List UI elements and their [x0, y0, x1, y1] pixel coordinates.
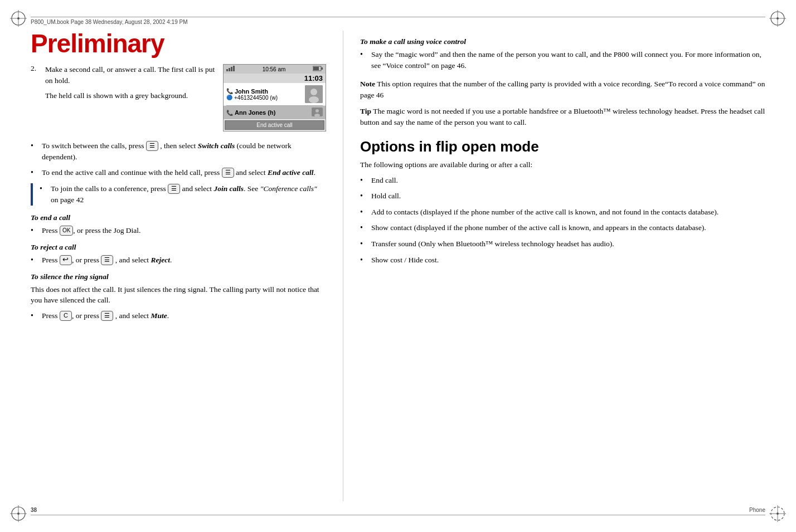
svg-rect-21 — [321, 67, 323, 70]
end-call-heading: To end a call — [31, 213, 326, 222]
active-caller-num: +4613244500 (w) — [234, 95, 278, 101]
corner-mark-tr — [769, 10, 786, 27]
svg-rect-17 — [229, 68, 230, 71]
left-column: Preliminary 10:56 — [31, 31, 343, 501]
svg-rect-22 — [313, 67, 319, 70]
corner-mark-tl — [10, 10, 27, 27]
flip-bullet-item: •End call. — [360, 175, 765, 186]
footer-bar: 38 Phone — [31, 507, 765, 515]
phone-status-bar: 10:56 am — [224, 65, 326, 74]
bullet-dot: • — [360, 222, 368, 233]
battery-icon — [313, 66, 323, 72]
item-content: Make a second call, or answer a call. Th… — [45, 64, 216, 106]
flip-intro: The following options are available duri… — [360, 159, 765, 170]
silence-body: This does not affect the call. It just s… — [31, 284, 326, 306]
bullet-dot: • — [31, 255, 38, 266]
ok-button-icon: OK — [60, 226, 73, 236]
signal-icon — [226, 66, 235, 72]
tip-label: Tip — [360, 107, 371, 115]
bullet-end-call-text: Press OK, or press the Jog Dial. — [42, 225, 326, 236]
active-caller-bt-icon: 🔵 — [226, 95, 232, 100]
flip-bullet-text: Transfer sound (Only when Bluetooth™ wir… — [371, 238, 765, 250]
voice-control-heading: To make a call using voice control — [360, 37, 765, 46]
svg-point-24 — [310, 89, 317, 95]
menu-button-icon: ☰ — [146, 141, 158, 151]
tip-text: The magic word is not needed if you use … — [360, 107, 765, 126]
bullet-reject-call: • Press ↩, or press ☰ , and select Rejec… — [31, 255, 326, 266]
svg-point-25 — [309, 96, 319, 103]
item-2-text: Make a second call, or answer a call. Th… — [45, 64, 216, 86]
bullet-dot: • — [31, 167, 38, 178]
bullet-mute: • Press C, or press ☰ , and select Mute. — [31, 310, 326, 321]
silence-section: To silence the ring signal This does not… — [31, 272, 326, 321]
c-button-icon: C — [60, 311, 72, 321]
back-button-icon: ↩ — [60, 255, 72, 265]
header-text: P800_UM.book Page 38 Wednesday, August 2… — [31, 19, 188, 25]
note-block: Note This option requires that the numbe… — [360, 79, 765, 100]
svg-rect-19 — [233, 66, 235, 71]
flip-bullet-item: •Transfer sound (Only when Bluetooth™ wi… — [360, 238, 765, 250]
bullet-switch-text: To switch between the calls, press ☰ , t… — [42, 140, 326, 162]
flip-bullet-item: •Show contact (displayed if the phone nu… — [360, 222, 765, 233]
flip-bullet-item: •Show cost / Hide cost. — [360, 255, 765, 266]
note-text: This option requires that the number of … — [360, 80, 765, 99]
reject-call-section: To reject a call • Press ↩, or press ☰ ,… — [31, 243, 326, 266]
voice-control-text: Say the “magic word” and then the name o… — [371, 49, 765, 71]
menu-button-icon-5: ☰ — [101, 311, 113, 321]
phone-time: 10:56 am — [263, 66, 286, 72]
bullet-dot: • — [40, 183, 47, 194]
menu-button-icon-2: ☰ — [222, 168, 234, 178]
held-caller-photo-icon — [312, 108, 323, 118]
menu-button-icon-3: ☰ — [168, 184, 180, 194]
svg-point-27 — [316, 109, 319, 113]
phone-screen: 10:56 am 11:03 — [223, 64, 326, 131]
bullet-end-active: • To end the active call and continue wi… — [31, 167, 326, 178]
phone-large-time: 11:03 — [224, 74, 326, 83]
flip-bullet-text: Add to contacts (displayed if the phone … — [371, 207, 765, 218]
active-call-phone-icon: 📞 — [226, 88, 233, 94]
voice-control-section: To make a call using voice control • Say… — [360, 37, 765, 71]
bullet-dot: • — [31, 225, 38, 236]
bullet-dot: • — [360, 238, 368, 250]
corner-mark-br — [769, 505, 786, 522]
corner-mark-bl — [10, 505, 27, 522]
phone-end-button[interactable]: End active call — [225, 120, 324, 130]
page-number: 38 — [31, 507, 37, 513]
bullet-join-text: To join the calls to a conference, press… — [51, 183, 326, 205]
bullet-end-call: • Press OK, or press the Jog Dial. — [31, 225, 326, 236]
item-2-note: The held call is shown with a grey backg… — [45, 90, 216, 101]
flip-mode-section: Options in flip open mode The following … — [360, 139, 765, 265]
bullet-dot: • — [360, 255, 368, 266]
flip-mode-heading: Options in flip open mode — [360, 139, 765, 155]
note-label: Note — [360, 80, 375, 88]
active-caller-name: John Smith — [235, 88, 268, 95]
flip-bullet-text: Show contact (displayed if the phone num… — [371, 222, 765, 233]
silence-heading: To silence the ring signal — [31, 272, 326, 281]
bullet-mute-text: Press C, or press ☰ , and select Mute. — [42, 310, 326, 321]
phone-active-call: 📞 John Smith 🔵 +4613244500 (w) — [224, 83, 326, 105]
bullet-switch-calls: • To switch between the calls, press ☰ ,… — [31, 140, 326, 162]
flip-bullet-item: •Add to contacts (displayed if the phone… — [360, 207, 765, 218]
end-call-section: To end a call • Press OK, or press the J… — [31, 213, 326, 236]
menu-button-icon-4: ☰ — [101, 255, 113, 265]
phone-held-call: 📞 Ann Jones (h) — [224, 106, 326, 119]
bullet-dot: • — [360, 175, 368, 186]
flip-bullet-item: •Hold call. — [360, 191, 765, 202]
flip-bullet-text: Show cost / Hide cost. — [371, 255, 765, 266]
flip-bullet-text: End call. — [371, 175, 765, 186]
held-caller-label: Ann Jones (h) — [233, 109, 312, 116]
bullet-end-text: To end the active call and continue with… — [42, 167, 326, 178]
header-bar: P800_UM.book Page 38 Wednesday, August 2… — [31, 17, 765, 25]
flip-bullet-list: •End call.•Hold call.•Add to contacts (d… — [360, 175, 765, 266]
numbered-item-2: 2. Make a second call, or answer a call.… — [31, 64, 216, 106]
bullet-dot: • — [360, 49, 368, 60]
right-column: To make a call using voice control • Say… — [343, 31, 765, 501]
bullet-dot: • — [360, 191, 368, 202]
footer-right: Phone — [749, 507, 765, 513]
reject-call-heading: To reject a call — [31, 243, 326, 252]
item-number: 2. — [31, 64, 41, 106]
bullet-dot: • — [360, 207, 368, 218]
svg-rect-16 — [226, 69, 228, 71]
flip-bullet-text: Hold call. — [371, 191, 765, 202]
tip-block: Tip The magic word is not needed if you … — [360, 106, 765, 128]
